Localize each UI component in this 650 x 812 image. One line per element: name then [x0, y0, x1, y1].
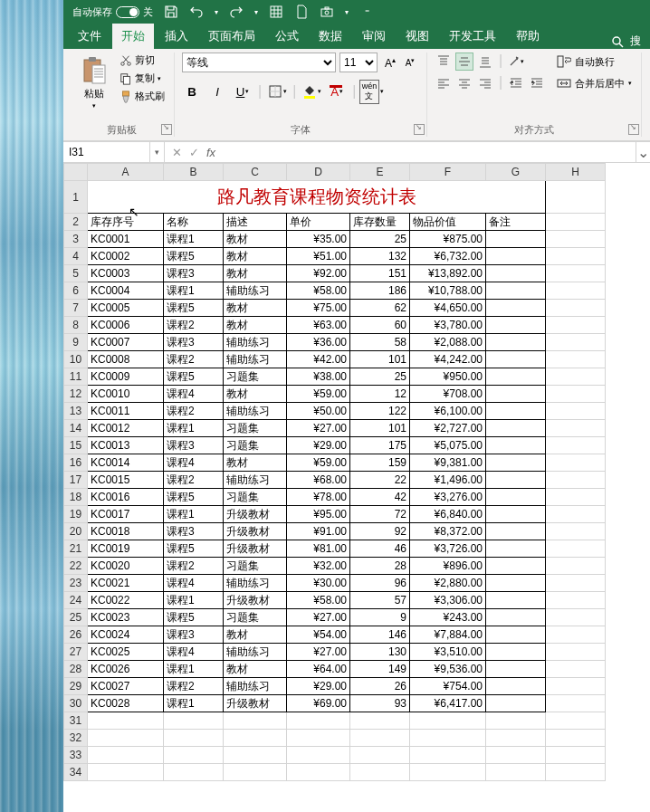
row-header-19[interactable]: 19 — [64, 506, 88, 523]
cell[interactable] — [546, 506, 606, 523]
row-header-29[interactable]: 29 — [64, 678, 88, 695]
cell[interactable]: 教材 — [224, 386, 287, 403]
cell[interactable]: KC0002 — [88, 248, 164, 265]
cell[interactable]: KC0006 — [88, 317, 164, 334]
col-header-H[interactable]: H — [546, 164, 606, 181]
cell[interactable] — [486, 334, 546, 351]
cell[interactable]: 习题集 — [224, 558, 287, 575]
underline-button[interactable]: U▾ — [233, 81, 253, 101]
cell[interactable]: 课程1 — [164, 695, 224, 712]
cell[interactable]: ¥6,732.00 — [410, 248, 486, 265]
cell[interactable]: 12 — [350, 386, 410, 403]
cell[interactable] — [164, 730, 224, 747]
cell[interactable]: ¥1,496.00 — [410, 472, 486, 489]
cell[interactable]: 9 — [350, 609, 410, 626]
cell[interactable]: 课程3 — [164, 334, 224, 351]
cell[interactable]: 课程1 — [164, 420, 224, 437]
cell[interactable] — [287, 747, 350, 764]
cell[interactable]: 教材 — [224, 626, 287, 644]
cell[interactable]: ¥59.00 — [287, 454, 350, 472]
cell[interactable]: 课程2 — [164, 472, 224, 489]
cell[interactable] — [88, 712, 164, 730]
cell[interactable] — [546, 678, 606, 695]
cell[interactable] — [164, 712, 224, 730]
row-header-5[interactable]: 5 — [64, 265, 88, 282]
decrease-indent-button[interactable] — [507, 74, 525, 92]
cell[interactable] — [546, 386, 606, 403]
row-header-25[interactable]: 25 — [64, 609, 88, 626]
cell[interactable]: ¥35.00 — [287, 231, 350, 248]
cell[interactable]: ¥9,536.00 — [410, 661, 486, 678]
cell[interactable]: ¥9,381.00 — [410, 454, 486, 472]
cell[interactable] — [546, 334, 606, 351]
fill-color-button[interactable]: ▾ — [301, 81, 321, 101]
row-header-8[interactable]: 8 — [64, 317, 88, 334]
cell[interactable] — [486, 489, 546, 506]
cell[interactable] — [546, 695, 606, 712]
wrap-text-button[interactable]: 自动换行 — [555, 53, 634, 71]
name-box[interactable] — [63, 142, 150, 162]
cell[interactable] — [410, 747, 486, 764]
table-header[interactable]: 库存数量 — [350, 214, 410, 231]
cell[interactable]: 122 — [350, 403, 410, 420]
row-header-9[interactable]: 9 — [64, 334, 88, 351]
formula-input[interactable] — [226, 142, 636, 162]
cell[interactable]: ¥3,726.00 — [410, 540, 486, 558]
cell[interactable]: 25 — [350, 231, 410, 248]
cell[interactable] — [486, 368, 546, 386]
row-header-11[interactable]: 11 — [64, 368, 88, 386]
cell[interactable]: 升级教材 — [224, 523, 287, 540]
cell[interactable] — [486, 420, 546, 437]
cell[interactable]: ¥896.00 — [410, 558, 486, 575]
cell[interactable]: ¥3,510.00 — [410, 644, 486, 661]
cell[interactable] — [546, 214, 606, 231]
cell[interactable]: KC0013 — [88, 437, 164, 454]
cell[interactable]: 课程5 — [164, 609, 224, 626]
cell[interactable]: KC0009 — [88, 368, 164, 386]
cell[interactable] — [486, 592, 546, 609]
font-launcher[interactable] — [414, 124, 425, 135]
tab-home[interactable]: 开始 — [112, 24, 154, 49]
cell[interactable] — [486, 454, 546, 472]
cell[interactable]: 课程3 — [164, 265, 224, 282]
cell[interactable]: 辅助练习 — [224, 678, 287, 695]
cell[interactable]: 升级教材 — [224, 695, 287, 712]
cell[interactable] — [546, 181, 606, 214]
tab-insert[interactable]: 插入 — [156, 24, 197, 49]
cell[interactable]: ¥2,727.00 — [410, 420, 486, 437]
cell[interactable] — [546, 368, 606, 386]
cancel-formula-icon[interactable]: ✕ — [172, 146, 182, 159]
cell[interactable] — [546, 265, 606, 282]
cell[interactable]: 课程3 — [164, 437, 224, 454]
cell[interactable] — [287, 712, 350, 730]
cell[interactable]: ¥6,100.00 — [410, 403, 486, 420]
cell[interactable] — [410, 730, 486, 747]
table-header[interactable]: 描述 — [224, 214, 287, 231]
row-header-12[interactable]: 12 — [64, 386, 88, 403]
cell[interactable] — [486, 248, 546, 265]
cell[interactable]: ¥64.00 — [287, 661, 350, 678]
table-header[interactable]: 库存序号 — [88, 214, 164, 231]
cell[interactable]: 课程5 — [164, 368, 224, 386]
cell[interactable]: 辅助练习 — [224, 575, 287, 592]
cell[interactable]: ¥92.00 — [287, 265, 350, 282]
cell[interactable] — [546, 231, 606, 248]
cell[interactable] — [546, 454, 606, 472]
cell[interactable]: KC0003 — [88, 265, 164, 282]
cell[interactable]: KC0007 — [88, 334, 164, 351]
expand-formula-bar[interactable]: ⌄ — [636, 142, 650, 162]
cell[interactable]: 升级教材 — [224, 506, 287, 523]
row-header-20[interactable]: 20 — [64, 523, 88, 540]
cell[interactable]: KC0023 — [88, 609, 164, 626]
cell[interactable] — [486, 678, 546, 695]
cell[interactable]: ¥10,788.00 — [410, 282, 486, 300]
row-header-30[interactable]: 30 — [64, 695, 88, 712]
cell[interactable] — [546, 747, 606, 764]
cell[interactable]: ¥68.00 — [287, 472, 350, 489]
row-header-31[interactable]: 31 — [64, 712, 88, 730]
cell[interactable] — [410, 764, 486, 781]
cell[interactable]: 课程2 — [164, 558, 224, 575]
cell[interactable]: 101 — [350, 351, 410, 368]
tab-data[interactable]: 数据 — [310, 24, 351, 49]
cell[interactable]: ¥243.00 — [410, 609, 486, 626]
